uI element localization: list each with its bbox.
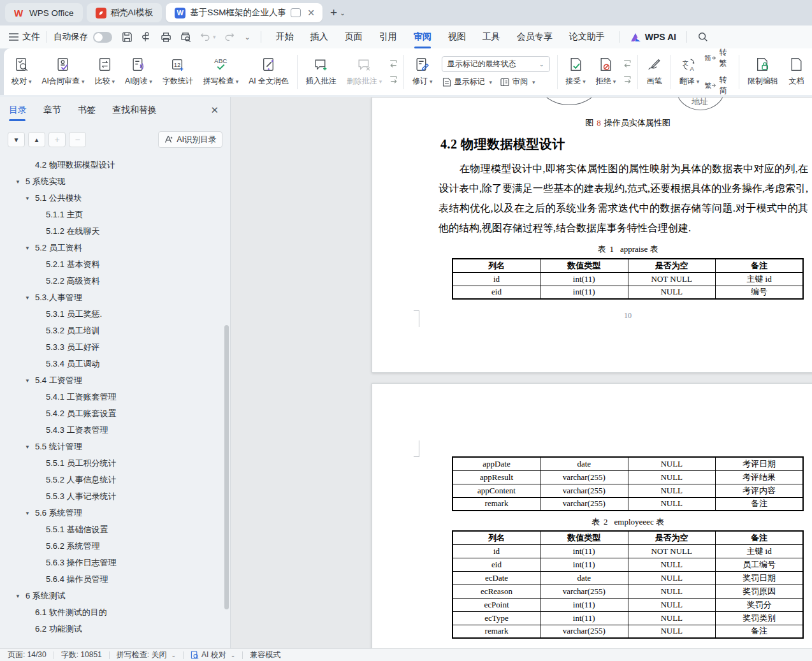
document-permission-button[interactable]: 文档 — [783, 54, 809, 89]
tab-wps-office[interactable]: W WPS Office — [5, 3, 83, 22]
toc-item[interactable]: 5.5.1 基础信设置 — [0, 521, 230, 538]
status-page-indicator[interactable]: 页面: 14/30 — [8, 650, 47, 660]
ai-contract-review-button[interactable]: AI合同审查▾ — [37, 54, 90, 89]
toc-item[interactable]: ▼5.4 工资管理 — [0, 372, 230, 389]
save-icon[interactable] — [121, 31, 133, 43]
spell-check-button[interactable]: ABC 拼写检查▾ — [198, 54, 244, 89]
document-page-1[interactable]: 地址 图8操作员实体属性图 4.2 物理数据模型设计 在物理模型设计中,即将实体… — [372, 97, 812, 373]
collapse-arrow-icon[interactable]: ▼ — [25, 191, 30, 207]
menu-item-paper-helper[interactable]: 论文助手 — [569, 31, 605, 43]
collapse-arrow-icon[interactable]: ▼ — [15, 588, 20, 605]
show-markup-button[interactable]: 显示标记▾ — [442, 76, 493, 87]
toc-item[interactable]: 5.4.2 员工账套设置 — [0, 405, 230, 422]
tab-list-caret-icon[interactable]: ⌄ — [340, 10, 345, 17]
reader-mode-icon[interactable] — [291, 8, 301, 17]
print-icon[interactable] — [160, 31, 172, 43]
menu-item-member[interactable]: 会员专享 — [517, 31, 553, 43]
toc-item[interactable]: 5.2.2 高级资料 — [0, 273, 230, 289]
toc-item[interactable]: 5.3.2 员工培训 — [0, 323, 230, 339]
undo-icon[interactable]: ▾ — [199, 31, 216, 43]
restrict-editing-button[interactable]: 限制编辑 — [743, 54, 783, 89]
toc-item[interactable]: 5.4.3 工资表管理 — [0, 422, 230, 439]
menu-item-insert[interactable]: 插入 — [310, 31, 328, 43]
collapse-arrow-icon[interactable]: ▼ — [25, 240, 30, 257]
accept-button[interactable]: 接受▾ — [560, 54, 591, 89]
toc-item[interactable]: 5.3.1 员工奖惩. — [0, 306, 230, 323]
toc-item[interactable]: ▼5.3.人事管理 — [0, 289, 230, 306]
next-comment-icon[interactable] — [388, 75, 399, 85]
export-pdf-icon[interactable] — [141, 31, 152, 43]
sidebar-tab-chapters[interactable]: 章节 — [43, 105, 61, 116]
status-spellcheck[interactable]: 拼写检查: 关闭⌄ — [117, 650, 176, 660]
reject-button[interactable]: 拒绝▾ — [591, 54, 621, 89]
redo-icon[interactable] — [224, 31, 235, 43]
sidebar-close-icon[interactable]: ✕ — [210, 105, 219, 116]
menu-item-tools[interactable]: 工具 — [482, 31, 500, 43]
sidebar-tab-contents[interactable]: 目录 — [9, 105, 27, 116]
toc-item[interactable]: 5.1.2 在线聊天 — [0, 223, 230, 240]
toc-expand-down-button[interactable]: ▼ — [8, 132, 25, 147]
toc-item[interactable]: 5.5.1 员工积分统计 — [0, 455, 230, 472]
review-pane-button[interactable]: 审阅▾ — [500, 76, 535, 87]
sidebar-tab-find-replace[interactable]: 查找和替换 — [112, 105, 157, 116]
sidebar-tab-bookmarks[interactable]: 书签 — [78, 105, 96, 116]
collapse-arrow-icon[interactable]: ▼ — [25, 439, 30, 456]
track-changes-button[interactable]: 修订▾ — [407, 54, 438, 89]
collapse-arrow-icon[interactable]: ▼ — [15, 174, 20, 191]
to-traditional-button[interactable]: 简 转繁 — [704, 48, 727, 69]
file-menu[interactable]: 文件 — [9, 31, 40, 43]
toc-item[interactable]: 5.6.3 操作日志管理 — [0, 555, 230, 571]
toc-item[interactable]: 5.1.1 主页 — [0, 207, 230, 223]
status-ai-proofread[interactable]: AI 校对⌄ — [191, 650, 235, 660]
document-canvas[interactable]: 地址 图8操作员实体属性图 4.2 物理数据模型设计 在物理模型设计中,即将实体… — [231, 97, 812, 648]
ai-read-aloud-button[interactable]: AI朗读▾ — [120, 54, 157, 89]
toc-item[interactable]: 5.2.1 基本资料 — [0, 256, 230, 273]
menu-item-home[interactable]: 开始 — [276, 31, 294, 43]
toc-item[interactable]: ▼5.5 统计管理 — [0, 439, 230, 455]
toc-item[interactable]: 6.2 功能测试 — [0, 621, 230, 637]
toc-item[interactable]: 5.3.3 员工好评 — [0, 339, 230, 356]
markup-state-select[interactable]: 显示标记的最终状态⌄ — [442, 56, 550, 72]
toc-collapse-up-button[interactable]: ▲ — [28, 132, 45, 147]
sidebar-scrollbar[interactable] — [224, 325, 229, 609]
toc-item[interactable]: 6.1 软件测试的目的 — [0, 604, 230, 621]
toc-zoom-in-button[interactable]: + — [48, 132, 66, 147]
compare-button[interactable]: 比较▾ — [89, 54, 120, 89]
toc-item[interactable]: ▼5.2 员工资料 — [0, 240, 230, 256]
toc-item[interactable]: 5.6.2 系统管理 — [0, 538, 230, 555]
toc-item[interactable]: ▼5 系统实现 — [0, 173, 230, 190]
wps-ai-menu[interactable]: WPS AI — [630, 32, 676, 42]
collapse-arrow-icon[interactable]: ▼ — [25, 505, 30, 522]
toc-item[interactable]: 4.2 物理数据模型设计 — [0, 157, 230, 173]
ai-polish-button[interactable]: AI 全文润色 — [243, 54, 294, 89]
menu-item-view[interactable]: 视图 — [448, 31, 466, 43]
ai-recognize-toc-button[interactable]: AI识别目录 — [158, 131, 222, 148]
toc-item[interactable]: 5.5.3 人事记录统计 — [0, 488, 230, 505]
previous-comment-icon[interactable] — [388, 59, 399, 69]
tab-current-document[interactable]: W 基于SSM框架的企业人事薪酬 ✕ — [166, 3, 323, 22]
translate-button[interactable]: 文A 翻译▾ — [674, 54, 705, 89]
toc-item[interactable]: ▼5.1 公共模块 — [0, 190, 230, 207]
toc-item[interactable]: 5.6.4 操作员管理 — [0, 571, 230, 588]
next-change-icon[interactable] — [622, 75, 633, 85]
quickbar-more-caret-icon[interactable]: ⌄ — [243, 33, 250, 41]
toc-item[interactable]: 5.4.1 工资账套管理 — [0, 389, 230, 405]
menu-item-reference[interactable]: 引用 — [379, 31, 397, 43]
tab-docer-template[interactable]: 稻壳AI模板 — [87, 3, 163, 22]
autosave-toggle[interactable] — [93, 32, 112, 43]
collapse-arrow-icon[interactable]: ▼ — [25, 290, 30, 307]
toc-item[interactable]: ▼6 系统测试 — [0, 588, 230, 604]
status-word-count[interactable]: 字数: 10851 — [61, 650, 102, 660]
search-icon[interactable] — [697, 31, 709, 43]
delete-comment-button[interactable]: 删除批注▾ — [342, 54, 388, 89]
word-count-button[interactable]: 12 字数统计 — [157, 54, 198, 89]
toc-item[interactable]: ▼5.6 系统管理 — [0, 505, 230, 521]
toc-item[interactable]: 5.3.4 员工调动 — [0, 356, 230, 372]
proofread-button[interactable]: 校对▾ — [6, 54, 37, 89]
ink-pen-button[interactable]: 画笔 — [641, 54, 667, 89]
toc-zoom-out-button[interactable]: − — [69, 132, 86, 147]
print-preview-icon[interactable] — [180, 31, 192, 43]
close-tab-icon[interactable]: ✕ — [305, 8, 317, 18]
insert-comment-button[interactable]: 插入批注 — [301, 54, 342, 89]
to-simplified-button[interactable]: 繁 转简 — [704, 75, 727, 95]
